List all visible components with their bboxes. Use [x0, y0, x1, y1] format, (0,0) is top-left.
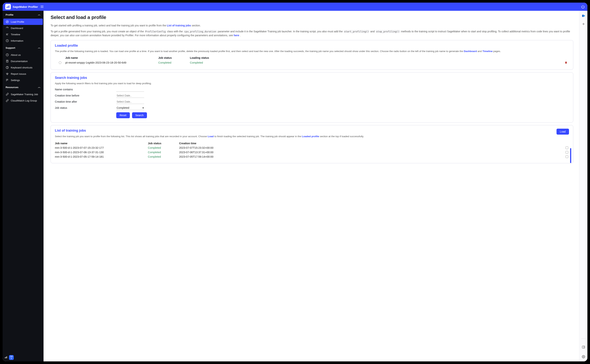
sidebar-item-report-issues[interactable]: Report issuus [3, 71, 44, 77]
sidebar-footer: DB 0 [3, 354, 44, 361]
sidebar-item-settings[interactable]: Settings [3, 77, 44, 83]
reset-button[interactable]: Reset [116, 112, 130, 118]
sidebar-section-label: Resources [6, 86, 18, 89]
load-button[interactable]: Load [557, 129, 569, 135]
svg-rect-39 [582, 346, 585, 348]
bug-icon [6, 72, 9, 76]
sidebar-item-documentation[interactable]: Documentation [3, 58, 44, 64]
chevron-up-icon: ︿ [38, 46, 40, 49]
delete-icon[interactable] [564, 62, 568, 65]
code-stop-profiling: stop_profiling() [375, 30, 400, 33]
outlook-icon[interactable] [581, 14, 585, 18]
sidebar-item-label: CloudWatch Log Group [11, 99, 37, 102]
sidebar-item-label: Settings [11, 79, 20, 82]
dashboard-link[interactable]: Dashboard [464, 50, 477, 53]
link-icon [6, 93, 9, 96]
chevron-up-icon: ︿ [38, 85, 40, 89]
sidebar-item-label: Load Profile [11, 20, 24, 23]
code-profilerconfig: ProfilerConfig [144, 30, 166, 33]
job-created: 2023-07-05T17:59:14+00:00 [179, 155, 226, 158]
loaded-profile-table: Job name Job status Loading status pt-re… [55, 56, 569, 65]
load-link[interactable]: Load [208, 135, 214, 138]
label-name-contains: Name contains [55, 88, 116, 91]
intro-paragraph: To get started with profiling a training… [51, 24, 573, 28]
job-status: Completed [148, 151, 179, 154]
right-panel [579, 3, 587, 361]
info-icon [6, 39, 9, 42]
sidebar-item-sagemaker-training-job[interactable]: SageMaker Training Job [3, 91, 44, 98]
svg-line-27 [8, 73, 9, 73]
job-created: 2023-07-06T13:37:31+00:00 [179, 151, 226, 154]
gear-icon[interactable] [581, 355, 585, 359]
loaded-profile-link[interactable]: Loaded profile [302, 135, 319, 138]
table-row: Job name Job status Creation time [55, 141, 569, 146]
doc-icon [6, 59, 9, 63]
sidebar-item-cloudwatch-log-group[interactable]: CloudWatch Log Group [3, 98, 44, 104]
search-row-name: Name contains [55, 87, 569, 92]
loaded-loading-status: Completed [190, 61, 222, 64]
chevron-up-icon: ︿ [38, 13, 40, 16]
list-of-training-jobs-link[interactable]: List of training jobs [167, 24, 191, 27]
svg-rect-1 [8, 6, 8, 8]
col-creation-time: Creation time [179, 142, 226, 145]
sidebar-section-label: Profile [6, 13, 13, 16]
loaded-job-name: pt-resnet-smppy-1xg4dn-2023-06-23-18-20-… [65, 61, 158, 64]
svg-line-9 [7, 27, 8, 28]
main-content: Select and load a profile To get started… [44, 11, 579, 361]
job-status-select[interactable]: Completed ▾ [116, 106, 144, 110]
sidebar-section-resources[interactable]: Resources ︿ [3, 83, 44, 91]
table-row: mm-3-500-d-1-2023-07-05-17-59-14-181Comp… [55, 155, 569, 159]
sidebar-section-profile[interactable]: Profile ︿ [3, 11, 44, 19]
app-title: SageMaker Profiler [13, 5, 38, 8]
sidebar-item-timeline[interactable]: Timeline [3, 31, 44, 38]
here-link[interactable]: here [234, 34, 239, 37]
power-icon[interactable] [581, 5, 585, 9]
timeline-icon [6, 33, 9, 36]
intro-text-suffix: section. [192, 24, 201, 27]
timeline-link[interactable]: Timeline [483, 50, 493, 53]
table-row: Job name Job status Loading status [55, 56, 569, 60]
menu-icon[interactable] [40, 5, 44, 9]
sidebar-section-support[interactable]: Support ︿ [3, 44, 44, 52]
select-job-checkbox[interactable] [566, 156, 568, 158]
add-icon[interactable] [581, 22, 585, 26]
sidebar-item-keyboard-shortcuts[interactable]: Keyboard shortcuts [3, 64, 44, 71]
svg-marker-8 [7, 21, 8, 22]
select-job-checkbox[interactable] [566, 151, 568, 154]
search-button[interactable]: Search [132, 112, 147, 118]
job-status-value: Completed [117, 106, 129, 109]
table-row: mm-3-500-d-1-2023-07-06-13-37-31-130Comp… [55, 150, 569, 155]
panel-icon[interactable] [581, 345, 585, 349]
loaded-profile-title: Loaded profile [55, 44, 569, 48]
chart-icon[interactable] [5, 356, 7, 359]
search-row-before: Creation time before [55, 93, 569, 98]
list-scrollbar[interactable] [570, 148, 571, 163]
info-icon [6, 53, 9, 57]
sidebar-item-dashboard[interactable]: Dashboard [3, 25, 44, 31]
job-name: mm-3-500-d-1-2023-07-07-15-23-32-177 [55, 146, 148, 149]
db-badge[interactable]: DB 0 [9, 355, 14, 360]
top-bar: SageMaker Profiler [3, 3, 587, 11]
list-desc: Select the training job you want to prof… [55, 135, 569, 138]
config-paragraph: To get a profile generated from your tra… [51, 30, 573, 38]
select-job-checkbox[interactable] [566, 147, 568, 149]
sidebar-item-about-us[interactable]: About us [3, 52, 44, 58]
para2-c: parameter and include it in the SageMake… [218, 30, 344, 33]
training-jobs-list-card: List of training jobs Load Select the tr… [51, 125, 573, 163]
name-contains-input[interactable] [116, 87, 144, 92]
speedometer-icon [6, 26, 9, 30]
select-profile-radio[interactable] [59, 61, 61, 64]
col-loading-status: Loading status [190, 56, 222, 59]
job-created: 2023-07-07T15:23:32+00:00 [179, 146, 226, 149]
search-button-row: Reset Search [116, 112, 569, 118]
list-desc-a: Select the training job you want to prof… [55, 135, 208, 138]
sidebar-item-load-profile[interactable]: Load Profile [3, 19, 43, 25]
job-name: mm-3-500-d-1-2023-07-05-17-59-14-181 [55, 155, 148, 158]
sidebar-item-label: SageMaker Training Job [11, 93, 38, 96]
creation-before-input[interactable] [116, 93, 144, 98]
loaded-desc-a: The profile of the following training jo… [55, 50, 464, 53]
sidebar-item-information[interactable]: Information [3, 38, 44, 44]
search-row-after: Creation time after [55, 100, 569, 104]
code-cpu-profiling-duration: cpu_profiling_duration [184, 30, 217, 33]
creation-after-input[interactable] [116, 100, 144, 104]
